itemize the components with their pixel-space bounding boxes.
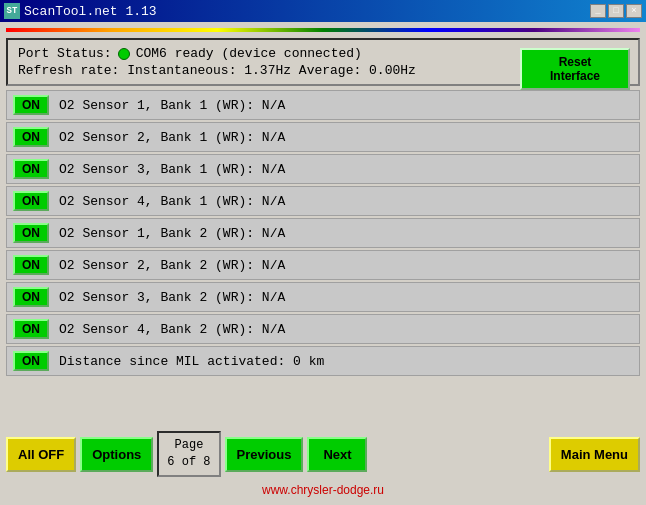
sensor-row: ONO2 Sensor 2, Bank 2 (WR): N/A bbox=[6, 250, 640, 280]
window-controls[interactable]: _ □ × bbox=[590, 4, 642, 18]
minimize-button[interactable]: _ bbox=[590, 4, 606, 18]
reset-interface-button[interactable]: Reset Interface bbox=[520, 48, 630, 90]
sensor-row: ONO2 Sensor 3, Bank 2 (WR): N/A bbox=[6, 282, 640, 312]
sensor-row: ONO2 Sensor 4, Bank 1 (WR): N/A bbox=[6, 186, 640, 216]
sensor-on-button-9[interactable]: ON bbox=[13, 351, 49, 371]
sensor-on-button-7[interactable]: ON bbox=[13, 287, 49, 307]
sensor-label-7: O2 Sensor 3, Bank 2 (WR): N/A bbox=[59, 290, 285, 305]
bottom-bar: All OFF Options Page 6 of 8 Previous Nex… bbox=[6, 427, 640, 479]
sensor-label-6: O2 Sensor 2, Bank 2 (WR): N/A bbox=[59, 258, 285, 273]
sensor-row: ONO2 Sensor 1, Bank 1 (WR): N/A bbox=[6, 90, 640, 120]
next-button[interactable]: Next bbox=[307, 437, 367, 472]
window-title: ScanTool.net 1.13 bbox=[24, 4, 157, 19]
all-off-button[interactable]: All OFF bbox=[6, 437, 76, 472]
sensor-label-1: O2 Sensor 1, Bank 1 (WR): N/A bbox=[59, 98, 285, 113]
sensor-row: ONO2 Sensor 1, Bank 2 (WR): N/A bbox=[6, 218, 640, 248]
sensor-label-2: O2 Sensor 2, Bank 1 (WR): N/A bbox=[59, 130, 285, 145]
app-icon: ST bbox=[4, 3, 20, 19]
options-button[interactable]: Options bbox=[80, 437, 153, 472]
watermark: www.chrysler-dodge.ru bbox=[6, 483, 640, 499]
sensor-on-button-1[interactable]: ON bbox=[13, 95, 49, 115]
sensor-row: ONO2 Sensor 3, Bank 1 (WR): N/A bbox=[6, 154, 640, 184]
sensor-on-button-2[interactable]: ON bbox=[13, 127, 49, 147]
sensor-row: ONO2 Sensor 2, Bank 1 (WR): N/A bbox=[6, 122, 640, 152]
port-status-text: COM6 ready (device connected) bbox=[136, 46, 362, 61]
sensor-row: ONDistance since MIL activated: 0 km bbox=[6, 346, 640, 376]
refresh-label: Refresh rate: Instantaneous: 1.37Hz Aver… bbox=[18, 63, 416, 78]
page-label: Page bbox=[167, 437, 210, 454]
sensor-on-button-5[interactable]: ON bbox=[13, 223, 49, 243]
sensor-on-button-4[interactable]: ON bbox=[13, 191, 49, 211]
sensor-label-3: O2 Sensor 3, Bank 1 (WR): N/A bbox=[59, 162, 285, 177]
sensor-on-button-3[interactable]: ON bbox=[13, 159, 49, 179]
page-info: Page 6 of 8 bbox=[157, 431, 220, 477]
sensor-on-button-6[interactable]: ON bbox=[13, 255, 49, 275]
sensor-row: ONO2 Sensor 4, Bank 2 (WR): N/A bbox=[6, 314, 640, 344]
rainbow-bar bbox=[6, 28, 640, 32]
sensor-label-8: O2 Sensor 4, Bank 2 (WR): N/A bbox=[59, 322, 285, 337]
port-label: Port Status: bbox=[18, 46, 112, 61]
sensor-on-button-8[interactable]: ON bbox=[13, 319, 49, 339]
close-button[interactable]: × bbox=[626, 4, 642, 18]
sensor-label-9: Distance since MIL activated: 0 km bbox=[59, 354, 324, 369]
previous-button[interactable]: Previous bbox=[225, 437, 304, 472]
sensors-list: ONO2 Sensor 1, Bank 1 (WR): N/AONO2 Sens… bbox=[6, 90, 640, 423]
status-dot bbox=[118, 48, 130, 60]
title-bar: ST ScanTool.net 1.13 _ □ × bbox=[0, 0, 646, 22]
maximize-button[interactable]: □ bbox=[608, 4, 624, 18]
page-number: 6 of 8 bbox=[167, 454, 210, 471]
sensor-label-4: O2 Sensor 4, Bank 1 (WR): N/A bbox=[59, 194, 285, 209]
sensor-label-5: O2 Sensor 1, Bank 2 (WR): N/A bbox=[59, 226, 285, 241]
status-panel: Port Status: COM6 ready (device connecte… bbox=[6, 38, 640, 86]
window-body: Port Status: COM6 ready (device connecte… bbox=[0, 22, 646, 505]
main-menu-button[interactable]: Main Menu bbox=[549, 437, 640, 472]
